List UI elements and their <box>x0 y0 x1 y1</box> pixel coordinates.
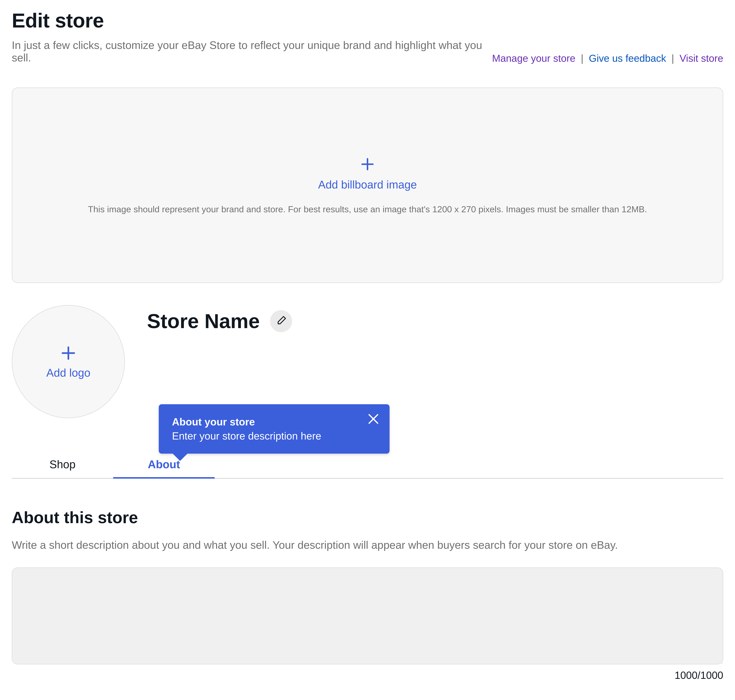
pencil-icon <box>275 315 287 327</box>
about-subheading: Write a short description about you and … <box>12 539 723 551</box>
add-billboard-image-area[interactable]: Add billboard image This image should re… <box>12 87 723 283</box>
page-subtitle: In just a few clicks, customize your eBa… <box>12 39 492 64</box>
tab-bar: Shop About <box>12 452 723 479</box>
add-logo-area[interactable]: Add logo <box>12 305 125 418</box>
billboard-hint: This image should represent your brand a… <box>88 204 647 214</box>
tooltip-close-button[interactable] <box>366 412 381 427</box>
give-feedback-link[interactable]: Give us feedback <box>589 53 666 64</box>
separator: | <box>581 53 584 64</box>
store-name: Store Name <box>147 309 260 333</box>
tooltip-body: Enter your store description here <box>172 430 376 442</box>
edit-store-name-button[interactable] <box>270 310 292 332</box>
tab-shop[interactable]: Shop <box>12 452 113 478</box>
tooltip-title: About your store <box>172 416 376 428</box>
separator: | <box>672 53 674 64</box>
header-links: Manage your store | Give us feedback | V… <box>492 53 723 64</box>
manage-store-link[interactable]: Manage your store <box>492 53 575 64</box>
add-billboard-label: Add billboard image <box>318 178 417 191</box>
about-tooltip: About your store Enter your store descri… <box>159 404 390 454</box>
close-icon <box>366 424 381 427</box>
character-counter: 1000/1000 <box>675 669 723 681</box>
add-logo-label: Add logo <box>46 366 90 379</box>
visit-store-link[interactable]: Visit store <box>679 53 723 64</box>
tab-about[interactable]: About <box>113 452 215 478</box>
store-description-input[interactable] <box>12 568 723 665</box>
plus-icon <box>60 344 77 362</box>
page-title: Edit store <box>12 9 723 32</box>
about-heading: About this store <box>12 508 723 527</box>
plus-icon <box>359 156 376 172</box>
